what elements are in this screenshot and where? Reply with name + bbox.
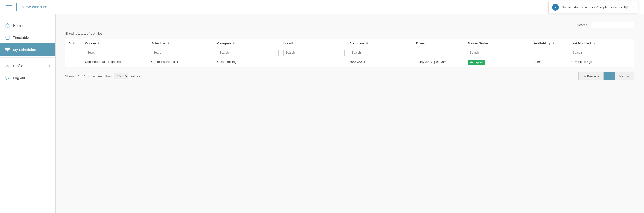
cell-start-date: 30/08/2024 <box>347 58 413 68</box>
showing-info-bottom: Showing 1 to 1 of 1 entries <box>65 74 102 78</box>
col-location[interactable]: Location ⇅ <box>281 39 347 48</box>
sidebar-item-home-label: Home <box>13 24 23 28</box>
col-trainer-status[interactable]: Trainer Status ⇅ <box>465 39 531 48</box>
col-category[interactable]: Category ⇅ <box>215 39 281 48</box>
showing-info-top: Showing 1 to 1 of 1 entries <box>65 32 634 35</box>
sort-trainerstatus-icon: ⇅ <box>490 42 493 45</box>
svg-point-5 <box>7 64 8 66</box>
cell-last-modified: 42 minutes ago <box>568 58 634 68</box>
search-course-cell <box>82 48 149 58</box>
cell-course: Confined Space High Risk <box>82 58 149 68</box>
show-label: Show <box>104 74 112 78</box>
prev-button[interactable]: ← Previous <box>578 72 604 80</box>
svg-rect-1 <box>6 36 10 39</box>
col-course[interactable]: Course ⇅ <box>82 39 149 48</box>
table-search-row <box>65 48 634 58</box>
sort-category-icon: ⇅ <box>233 42 235 45</box>
sidebar-item-timetables[interactable]: Timetables › <box>0 32 55 44</box>
cell-times: Friday 30/Aug 9:30am <box>413 58 466 68</box>
heart-icon <box>5 47 10 52</box>
sidebar-item-profile[interactable]: Profile › <box>0 60 55 72</box>
cell-availability: 0/10 <box>531 58 568 68</box>
notification-toast: i The schedule have been Accepted succes… <box>548 1 638 13</box>
next-button[interactable]: Next → <box>615 72 634 80</box>
col-last-modified[interactable]: Last Modified ▼ <box>568 39 634 48</box>
cell-id: 3 <box>65 58 82 68</box>
svg-rect-0 <box>7 26 8 27</box>
sidebar-item-logout-label: Log out <box>13 76 25 80</box>
logout-icon <box>5 75 10 80</box>
cell-category: CRM Training <box>215 58 281 68</box>
search-category-cell <box>215 48 281 58</box>
sidebar: Home Timetables › My Schedules <box>0 14 56 213</box>
sidebar-item-my-schedules[interactable]: My Schedules <box>0 44 55 56</box>
sort-startdate-icon: ⇅ <box>366 42 368 45</box>
entries-label: entries <box>130 74 140 78</box>
sort-lastmodified-icon: ▼ <box>592 42 595 45</box>
table-search-input[interactable] <box>591 22 634 28</box>
col-start-date[interactable]: Start date ⇅ <box>347 39 413 48</box>
search-lastmodified-input[interactable] <box>570 50 632 56</box>
hamburger-menu[interactable] <box>6 5 12 10</box>
timetables-icon <box>5 35 10 40</box>
search-availability-cell <box>531 48 568 58</box>
toast-info-icon: i <box>552 4 559 11</box>
col-schedule[interactable]: Schedule ⇅ <box>149 39 215 48</box>
status-badge: Accepted <box>468 60 486 65</box>
search-schedule-input[interactable] <box>151 50 212 56</box>
toast-close-button[interactable]: × <box>632 5 634 9</box>
sort-schedule-icon: ⇅ <box>167 42 169 45</box>
search-label: Search: <box>577 23 588 27</box>
main-content: Search: Showing 1 to 1 of 1 entries ID ⇅… <box>56 14 644 213</box>
table-search-bar: Search: <box>65 22 634 28</box>
main-layout: Home Timetables › My Schedules <box>0 14 644 213</box>
table-footer: Showing 1 to 1 of 1 entries Show 10 25 5… <box>65 72 634 80</box>
sidebar-item-timetables-label: Timetables <box>13 36 31 40</box>
search-location-cell <box>281 48 347 58</box>
table-row: 3 Confined Space High Risk CC Test sched… <box>65 58 634 68</box>
search-trainerstatus-cell <box>465 48 531 58</box>
sort-location-icon: ⇅ <box>298 42 300 45</box>
sidebar-item-logout[interactable]: Log out <box>0 72 55 84</box>
timetables-arrow-icon: › <box>50 36 50 39</box>
sort-id-icon: ⇅ <box>73 42 75 45</box>
search-category-input[interactable] <box>217 50 278 56</box>
search-times-cell <box>413 48 466 58</box>
table-header-row: ID ⇅ Course ⇅ Schedule ⇅ Category ⇅ Loca… <box>65 39 634 48</box>
show-entries-control: Showing 1 to 1 of 1 entries Show 10 25 5… <box>65 73 140 80</box>
col-id[interactable]: ID ⇅ <box>65 39 82 48</box>
search-schedule-cell <box>149 48 215 58</box>
search-trainerstatus-input[interactable] <box>468 50 529 56</box>
sort-course-icon: ⇅ <box>98 42 100 45</box>
sidebar-item-profile-label: Profile <box>13 64 24 68</box>
sidebar-item-home[interactable]: Home <box>0 19 55 32</box>
search-lastmodified-cell <box>568 48 634 58</box>
col-times: Times <box>413 39 466 48</box>
search-startdate-input[interactable] <box>350 50 411 56</box>
schedules-table: ID ⇅ Course ⇅ Schedule ⇅ Category ⇅ Loca… <box>65 39 634 68</box>
search-id-cell <box>65 48 82 58</box>
profile-arrow-icon: › <box>50 64 50 68</box>
cell-trainer-status: Accepted <box>465 58 531 68</box>
cell-location <box>281 58 347 68</box>
toast-message: The schedule have been Accepted successf… <box>561 5 628 9</box>
sidebar-divider <box>0 58 55 58</box>
view-website-button[interactable]: VIEW WEBSITE <box>16 3 53 11</box>
search-startdate-cell <box>347 48 413 58</box>
cell-schedule: CC Test schedule 1 <box>149 58 215 68</box>
profile-icon <box>5 63 10 68</box>
home-icon <box>5 23 10 28</box>
header: VIEW WEBSITE i The schedule have been Ac… <box>0 0 644 14</box>
entries-per-page-select[interactable]: 10 25 50 100 <box>114 73 128 80</box>
pagination: ← Previous 1 Next → <box>578 72 634 80</box>
col-availability[interactable]: Availability ⇅ <box>531 39 568 48</box>
search-location-input[interactable] <box>284 50 345 56</box>
search-course-input[interactable] <box>85 50 146 56</box>
sidebar-item-my-schedules-label: My Schedules <box>13 48 36 52</box>
sort-availability-icon: ⇅ <box>552 42 554 45</box>
page-1-button[interactable]: 1 <box>604 72 614 80</box>
